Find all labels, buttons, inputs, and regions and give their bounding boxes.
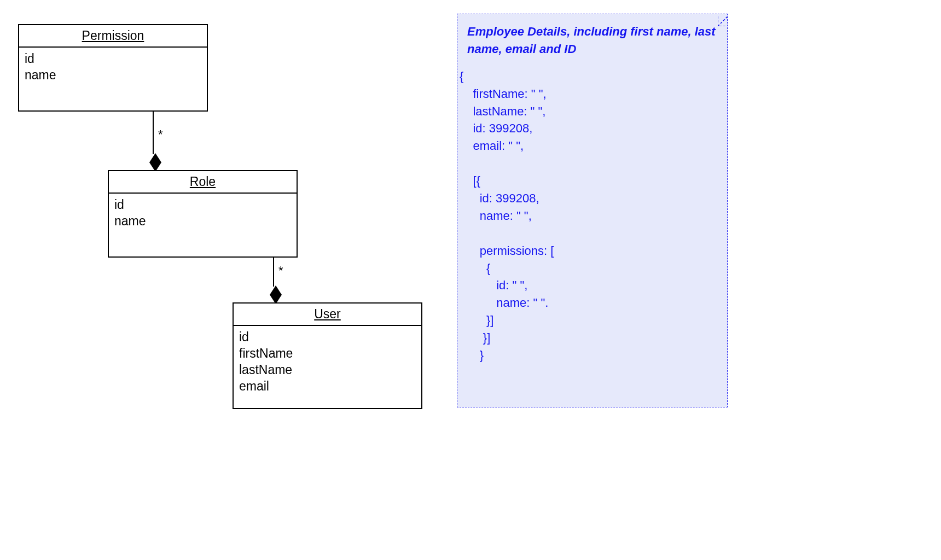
user-attr-id: id (239, 329, 416, 346)
multiplicity-permission-role: * (158, 127, 163, 142)
diamond-icon (149, 153, 161, 172)
diamond-permission-role (149, 153, 157, 168)
svg-marker-1 (270, 285, 282, 304)
class-role-body: id name (109, 194, 297, 256)
class-permission-title: Permission (19, 25, 207, 48)
connector-permission-role (153, 111, 154, 154)
user-attr-email: email (239, 378, 416, 395)
role-attr-id: id (114, 197, 291, 213)
note-employee-details: Employee Details, including first name, … (457, 14, 728, 407)
permission-attr-name: name (25, 67, 201, 84)
note-corner-icon (718, 14, 728, 24)
user-attr-firstname: firstName (239, 346, 416, 362)
note-body: { firstName: " ", lastName: " ", id: 399… (460, 68, 717, 364)
class-role: Role id name (108, 170, 298, 258)
class-user-body: id firstName lastName email (234, 326, 421, 408)
class-user-title: User (234, 304, 421, 326)
class-permission-body: id name (19, 48, 207, 110)
role-attr-name: name (114, 213, 291, 230)
note-title: Employee Details, including first name, … (460, 23, 717, 58)
connector-role-user (273, 257, 274, 287)
class-role-title: Role (109, 171, 297, 194)
class-user: User id firstName lastName email (233, 302, 422, 409)
diamond-role-user (270, 285, 277, 301)
multiplicity-role-user: * (278, 264, 283, 278)
permission-attr-id: id (25, 51, 201, 67)
diamond-icon (270, 285, 282, 304)
class-permission: Permission id name (18, 24, 208, 112)
user-attr-lastname: lastName (239, 362, 416, 378)
svg-marker-0 (149, 153, 161, 172)
